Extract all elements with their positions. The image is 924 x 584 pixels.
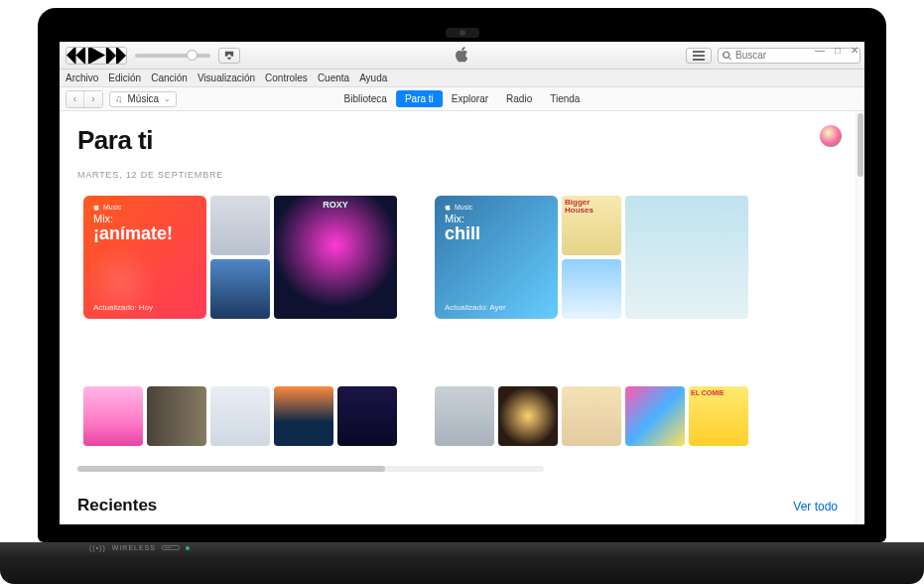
play-button[interactable] — [86, 48, 106, 64]
mix-hero: Music Mix: chill Actualizado: Ayer — [435, 196, 558, 319]
album-tile[interactable] — [625, 386, 685, 446]
menu-cuenta[interactable]: Cuenta — [318, 73, 349, 83]
menu-controles[interactable]: Controles — [265, 73, 308, 83]
tab-explorar[interactable]: Explorar — [443, 90, 497, 107]
album-tile[interactable] — [625, 196, 748, 319]
album-tile[interactable] — [562, 386, 621, 446]
playback-controls — [66, 47, 127, 65]
navbar: ‹ › ♫ Música ⌄ Biblioteca Para ti Explor… — [60, 87, 864, 111]
menu-visualizacion[interactable]: Visualización — [198, 73, 255, 83]
mix-card-animate[interactable]: Music Mix: ¡anímate! Actualizado: Hoy — [77, 190, 409, 452]
view-list-button[interactable] — [686, 48, 712, 64]
page-title: Para ti — [77, 125, 856, 156]
mix-hero: Music Mix: ¡anímate! Actualizado: Hoy — [83, 196, 206, 319]
menu-edicion[interactable]: Edición — [108, 73, 141, 83]
library-dropdown[interactable]: ♫ Música ⌄ — [109, 91, 177, 107]
music-note-icon: ♫ — [115, 93, 123, 104]
laptop-base: ((•)) WIRELESS — [0, 542, 924, 584]
menu-archivo[interactable]: Archivo — [66, 73, 98, 83]
webcam — [446, 28, 479, 38]
apple-music-brand: Music — [445, 204, 548, 211]
main-content: Para ti MARTES, 12 DE SEPTIEMBRE Music — [60, 111, 857, 524]
window-minimize-button[interactable]: — — [815, 45, 825, 56]
album-tile[interactable] — [210, 196, 270, 255]
album-tile[interactable] — [498, 386, 558, 446]
album-tile[interactable] — [274, 196, 397, 319]
album-tile[interactable] — [210, 259, 270, 319]
mix-name: ¡anímate! — [93, 224, 197, 243]
horizontal-scrollbar[interactable] — [77, 466, 544, 472]
dropdown-label: Música — [128, 93, 160, 104]
window-maximize-button[interactable]: □ — [835, 45, 841, 56]
laptop-bezel: — □ ✕ — [38, 8, 886, 542]
album-tile[interactable] — [689, 386, 748, 446]
player-toolbar — [60, 42, 864, 70]
vertical-scrollbar[interactable] — [857, 111, 864, 524]
album-tile[interactable] — [337, 386, 397, 446]
menu-ayuda[interactable]: Ayuda — [359, 73, 387, 83]
album-tile[interactable] — [147, 386, 206, 446]
previous-button[interactable] — [66, 48, 86, 64]
mix-name: chill — [445, 224, 548, 243]
album-tile[interactable] — [83, 386, 143, 446]
tab-para-ti[interactable]: Para ti — [396, 90, 443, 107]
laptop-frame: — □ ✕ — [0, 0, 924, 584]
tab-tienda[interactable]: Tienda — [541, 90, 589, 107]
back-button[interactable]: ‹ — [66, 91, 84, 107]
next-button[interactable] — [106, 48, 126, 64]
chevron-down-icon: ⌄ — [164, 94, 171, 103]
album-tile[interactable] — [562, 196, 621, 255]
tab-biblioteca[interactable]: Biblioteca — [335, 90, 396, 107]
profile-avatar[interactable] — [820, 125, 842, 147]
laptop-indicators: ((•)) WIRELESS — [89, 544, 190, 551]
screen: — □ ✕ — [60, 42, 864, 524]
mixes-row: Music Mix: ¡anímate! Actualizado: Hoy — [77, 190, 856, 452]
menu-cancion[interactable]: Canción — [151, 73, 188, 83]
album-tile[interactable] — [274, 386, 333, 446]
album-tile[interactable] — [435, 386, 494, 446]
section-recientes-title: Recientes — [77, 496, 157, 515]
section-tabs: Biblioteca Para ti Explorar Radio Tienda — [335, 90, 590, 107]
apple-logo-icon — [455, 47, 470, 67]
window-close-button[interactable]: ✕ — [851, 45, 858, 56]
mix-updated: Actualizado: Ayer — [445, 303, 506, 312]
volume-slider[interactable] — [135, 54, 210, 58]
apple-music-brand: Music — [93, 204, 197, 211]
search-icon — [723, 51, 731, 61]
tab-radio[interactable]: Radio — [497, 90, 541, 107]
airplay-button[interactable] — [218, 48, 240, 64]
album-tile[interactable] — [562, 259, 621, 319]
nav-history: ‹ › — [66, 90, 103, 108]
see-all-link[interactable]: Ver todo — [793, 500, 838, 513]
app-menubar: Archivo Edición Canción Visualización Co… — [60, 70, 864, 87]
forward-button[interactable]: › — [84, 91, 102, 107]
album-tile[interactable] — [210, 386, 270, 446]
mix-updated: Actualizado: Hoy — [93, 303, 153, 312]
page-date: MARTES, 12 DE SEPTIEMBRE — [77, 170, 856, 180]
mix-card-chill[interactable]: Music Mix: chill Actualizado: Ayer — [429, 190, 760, 452]
